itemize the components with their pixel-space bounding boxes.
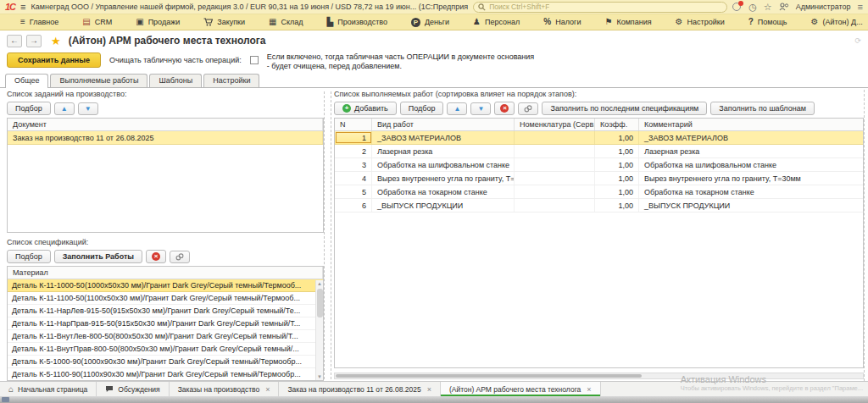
window-title-bar: 1С ≡ Камнеград ООО / Управление нашей фи… bbox=[0, 0, 868, 14]
tab-vypolnyaemye-raboty[interactable]: Выполняемые работы bbox=[50, 74, 147, 87]
menu-item-personal[interactable]: ♟Персонал bbox=[461, 18, 531, 26]
menu-item-proizvodstvo[interactable]: ▙Производство bbox=[315, 18, 399, 26]
panel-splitter[interactable] bbox=[324, 91, 331, 379]
notifications-icon[interactable] bbox=[732, 3, 742, 12]
scroll-down-icon[interactable]: ▼ bbox=[317, 373, 322, 380]
orders-pick-button[interactable]: Подбор bbox=[7, 102, 51, 115]
list-item[interactable]: Деталь К-11-НарПрав-915-50(915х50х30 мм)… bbox=[8, 317, 323, 330]
column-n: N bbox=[335, 119, 372, 130]
footer-tab-label: Начальная страница bbox=[18, 385, 87, 394]
current-user[interactable]: Администратор bbox=[796, 3, 851, 11]
main-menu-icon[interactable]: ≡ bbox=[20, 2, 25, 12]
footer-tab-order-11[interactable]: Заказ на производство 11 от 26.08.2025 × bbox=[279, 382, 441, 396]
works-table-header: N Вид работ Номенклатура (Серв... Коэфф.… bbox=[335, 119, 863, 131]
table-row[interactable]: 4 Вырез внутреннего угла по граниту, Т=3… bbox=[335, 172, 863, 185]
list-item[interactable]: Деталь К-5-1000-90(1000х90х30 мм)/Гранит… bbox=[8, 356, 323, 368]
refresh-icon[interactable]: ⟳ bbox=[854, 36, 861, 45]
works-move-up-button[interactable]: ▲ bbox=[447, 102, 467, 115]
specs-pick-button[interactable]: Подбор bbox=[7, 250, 51, 263]
table-row[interactable]: 5 Обработка на токарном станке 1,00 Обра… bbox=[335, 185, 863, 199]
clear-operations-checkbox[interactable] bbox=[250, 56, 259, 64]
menu-label: Компания bbox=[616, 18, 651, 26]
orders-move-up-button[interactable]: ▲ bbox=[54, 102, 75, 115]
save-data-button[interactable]: Сохранить данные bbox=[7, 52, 101, 68]
works-pick-button[interactable]: Подбор bbox=[400, 102, 444, 115]
menu-item-crm[interactable]: ▤CRM bbox=[70, 18, 124, 26]
service-menu-icon[interactable]: ≡ bbox=[858, 3, 863, 12]
add-row-button[interactable]: +Добавить bbox=[334, 102, 397, 115]
favorites-icon[interactable]: ☆ bbox=[764, 3, 772, 12]
list-item[interactable]: Деталь К-11-1000-50(1000х50х30 мм)/Грани… bbox=[8, 279, 323, 292]
koeff-cell: 1,00 bbox=[595, 185, 639, 198]
fill-by-specs-button[interactable]: Заполнить по последним спецификациям bbox=[542, 102, 707, 115]
works-link-button[interactable] bbox=[518, 102, 538, 115]
close-icon[interactable]: × bbox=[427, 385, 431, 394]
materials-vertical-scrollbar[interactable]: ▲ ▼ bbox=[315, 280, 323, 380]
comment-cell: Обработка на токарном станке bbox=[639, 185, 863, 198]
specs-toolbar: Подбор Заполнить Работы × bbox=[7, 249, 324, 264]
menu-item-dengi[interactable]: РДеньги bbox=[399, 18, 461, 27]
global-search-input[interactable]: Поиск Ctrl+Shift+F bbox=[473, 2, 727, 13]
tab-obschee[interactable]: Общее bbox=[5, 74, 48, 88]
list-item[interactable]: Деталь К-11-1100-50(1100х50х30 мм)/Грани… bbox=[8, 292, 323, 305]
list-item[interactable]: Деталь К-11-НарЛев-915-50(915х50х30 мм)/… bbox=[8, 305, 323, 317]
menu-item-nalogi[interactable]: %Налоги bbox=[531, 18, 593, 26]
scrollbar-thumb[interactable] bbox=[317, 289, 323, 317]
work-kind-cell: Лазерная резка bbox=[372, 145, 515, 157]
back-button[interactable]: ← bbox=[7, 35, 22, 47]
scrollbar-thumb[interactable] bbox=[336, 374, 642, 378]
specs-link-button[interactable] bbox=[170, 251, 190, 263]
specs-delete-button[interactable]: × bbox=[146, 250, 166, 263]
menu-item-ayton[interactable]: ⚙(Айтон) Д... bbox=[799, 18, 868, 26]
table-row[interactable]: Заказ на производство 11 от 26.08.2025 bbox=[8, 131, 323, 145]
close-icon[interactable]: × bbox=[265, 385, 270, 394]
left-panel: Список заданий на производство: Подбор ▲… bbox=[7, 90, 324, 381]
nomenclature-cell bbox=[515, 199, 595, 212]
arrow-down-icon: ▼ bbox=[478, 105, 485, 113]
menu-item-sklad[interactable]: ▦Склад bbox=[257, 18, 315, 26]
menu-item-glavnoe[interactable]: ≡Главное bbox=[8, 18, 70, 26]
work-kind-cell: Обработка на шлифовальном станке bbox=[372, 158, 515, 171]
menu-item-prodazhi[interactable]: ▣Продажи bbox=[124, 18, 192, 26]
row-number-cell: 6 bbox=[335, 199, 372, 212]
menu-item-zakupki[interactable]: Закупки bbox=[192, 18, 257, 26]
works-move-down-button[interactable]: ▼ bbox=[470, 102, 491, 115]
forward-button[interactable]: → bbox=[26, 35, 42, 47]
table-row[interactable]: 3 Обработка на шлифовальном станке 1,00 … bbox=[335, 158, 863, 172]
footer-tab-home[interactable]: ⌂ Начальная страница bbox=[0, 382, 97, 396]
window-title: Камнеград ООО / Управление нашей фирмой,… bbox=[31, 3, 468, 11]
fill-by-templates-button[interactable]: Заполнить по шаблонам bbox=[710, 102, 815, 115]
koeff-cell: 1,00 bbox=[595, 145, 639, 157]
menu-item-pomosch[interactable]: ?Помощь bbox=[737, 18, 799, 26]
row-number-cell: 1 bbox=[335, 131, 372, 144]
orders-move-down-button[interactable]: ▼ bbox=[78, 102, 98, 115]
menu-item-kompaniya[interactable]: ⚑Компания bbox=[593, 18, 663, 26]
row-number-cell: 5 bbox=[335, 185, 372, 198]
table-row[interactable]: 2 Лазерная резка 1,00 Лазерная резка bbox=[335, 145, 863, 158]
user-icon[interactable] bbox=[779, 3, 789, 11]
close-icon[interactable]: × bbox=[587, 385, 591, 394]
footer-tab-orders-list[interactable]: Заказы на производство × bbox=[170, 382, 280, 396]
right-panel: Список выполняемых работ (сортировка вли… bbox=[331, 90, 865, 381]
list-item[interactable]: Деталь К-11-ВнутЛев-800-50(800х50х30 мм)… bbox=[8, 330, 323, 343]
works-list-label: Список выполняемых работ (сортировка вли… bbox=[334, 90, 864, 100]
tab-shablony[interactable]: Шаблоны bbox=[149, 74, 202, 87]
footer-tab-arm-technologist[interactable]: (Айтон) АРМ рабочего места технолога × bbox=[441, 382, 601, 396]
scroll-up-icon[interactable]: ▲ bbox=[317, 280, 322, 287]
orders-table-header: Документ bbox=[8, 119, 323, 131]
search-placeholder: Поиск Ctrl+Shift+F bbox=[489, 3, 549, 11]
favorite-star-icon[interactable]: ★ bbox=[51, 35, 61, 47]
menu-item-nastroyki[interactable]: ⚙Настройки bbox=[664, 18, 737, 26]
history-icon[interactable]: ◷ bbox=[748, 3, 757, 12]
delete-icon: × bbox=[500, 104, 509, 113]
fill-works-button[interactable]: Заполнить Работы bbox=[54, 250, 142, 263]
comment-cell: Обработка на шлифовальном станке bbox=[639, 158, 863, 171]
works-delete-button[interactable]: × bbox=[494, 102, 515, 115]
table-row[interactable]: 1 _ЗАВОЗ МАТЕРИАЛОВ 1,00 _ЗАВОЗ МАТЕРИАЛ… bbox=[335, 131, 863, 145]
list-item[interactable]: Деталь К-5-1100-90(1100х90х30 мм)/Гранит… bbox=[8, 368, 323, 381]
works-horizontal-scrollbar[interactable] bbox=[334, 373, 864, 379]
footer-tab-discussions[interactable]: Обсуждения bbox=[97, 382, 169, 396]
table-row[interactable]: 6 _ВЫПУСК ПРОДУКЦИИ 1,00 _ВЫПУСК ПРОДУКЦ… bbox=[335, 199, 863, 213]
list-item[interactable]: Деталь К-11-ВнутПрав-800-50(800х50х30 мм… bbox=[8, 343, 323, 356]
tab-nastroyki[interactable]: Настройки bbox=[203, 74, 259, 87]
